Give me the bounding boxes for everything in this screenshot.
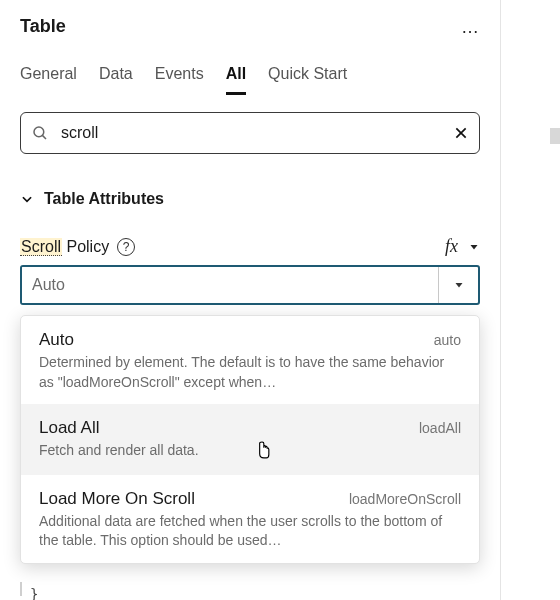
properties-panel: Table … General Data Events All Quick St… (0, 0, 500, 600)
panel-title: Table (20, 16, 66, 37)
option-load-all[interactable]: Load All loadAll Fetch and render all da… (21, 404, 479, 475)
option-name: Load More On Scroll (39, 489, 195, 509)
code-brace: } (30, 586, 38, 600)
panel-tabs: General Data Events All Quick Start (0, 43, 500, 96)
fx-label: fx (445, 236, 458, 257)
combobox-toggle-button[interactable] (438, 267, 478, 303)
option-auto[interactable]: Auto auto Determined by element. The def… (21, 316, 479, 404)
caret-down-icon (468, 241, 480, 253)
tab-events[interactable]: Events (155, 65, 204, 95)
help-icon[interactable]: ? (117, 238, 135, 256)
attribute-search-input[interactable] (59, 123, 443, 143)
option-name: Load All (39, 418, 100, 438)
option-name: Auto (39, 330, 74, 350)
option-desc: Fetch and render all data. (39, 438, 461, 461)
attribute-search (20, 112, 480, 154)
label-highlight: Scroll (20, 238, 62, 256)
side-rail-indicator (550, 128, 560, 144)
option-value: loadMoreOnScroll (349, 491, 461, 507)
caret-down-icon (453, 279, 465, 291)
section-title: Table Attributes (44, 190, 164, 208)
svg-marker-4 (471, 245, 478, 250)
svg-line-1 (42, 135, 46, 139)
search-icon (31, 124, 49, 142)
option-value: loadAll (419, 420, 461, 436)
tab-all[interactable]: All (226, 65, 246, 95)
chevron-down-icon (20, 192, 34, 206)
clear-search-icon[interactable] (453, 125, 469, 141)
option-desc: Additional data are fetched when the use… (39, 509, 461, 549)
tab-data[interactable]: Data (99, 65, 133, 95)
option-load-more-on-scroll[interactable]: Load More On Scroll loadMoreOnScroll Add… (21, 475, 479, 563)
field-label-scroll-policy: Scroll Policy ? (20, 238, 135, 256)
fx-expression-button[interactable]: fx (445, 236, 480, 257)
section-header-table-attributes[interactable]: Table Attributes (20, 190, 480, 208)
tab-quick-start[interactable]: Quick Start (268, 65, 347, 95)
scroll-policy-input[interactable] (22, 267, 438, 303)
svg-marker-5 (455, 283, 462, 288)
tab-general[interactable]: General (20, 65, 77, 95)
scroll-policy-dropdown: Auto auto Determined by element. The def… (20, 315, 480, 564)
panel-menu-button[interactable]: … (461, 22, 480, 32)
scroll-policy-combobox[interactable] (20, 265, 480, 305)
option-value: auto (434, 332, 461, 348)
option-desc: Determined by element. The default is to… (39, 350, 461, 390)
code-gutter (20, 582, 22, 596)
svg-point-0 (34, 127, 44, 137)
label-rest: Policy (62, 238, 109, 255)
side-rail: Properties (500, 0, 560, 600)
